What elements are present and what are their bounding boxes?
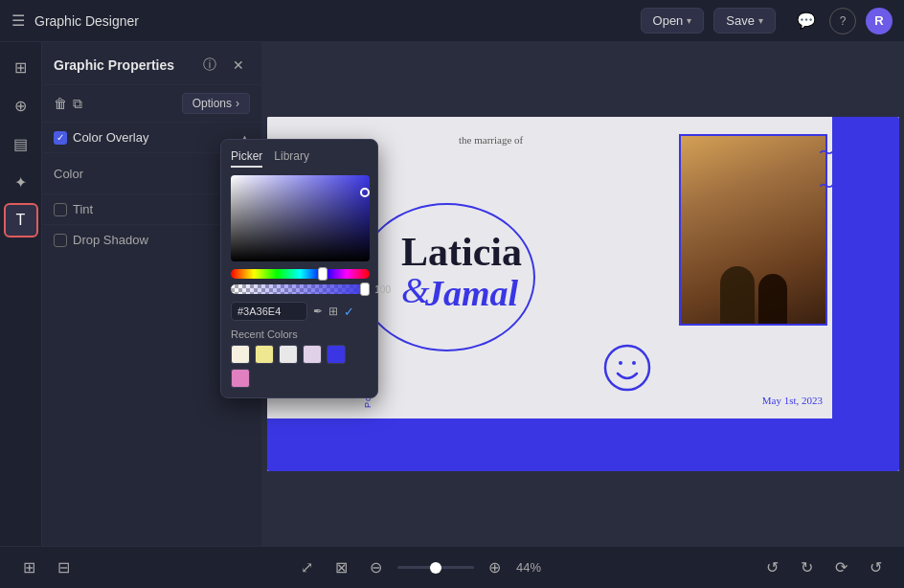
- trash-icon[interactable]: 🗑: [54, 96, 67, 111]
- canvas-name1: Laticia: [401, 232, 522, 272]
- color-overlay-label: Color Overlay: [73, 130, 234, 145]
- undo-icon[interactable]: ↺: [758, 554, 785, 581]
- zoom-thumb[interactable]: [430, 562, 441, 574]
- props-header: Graphic Properties ⓘ ✕: [42, 42, 261, 85]
- layers-toggle-icon[interactable]: ⊞: [15, 554, 42, 581]
- props-options-row: 🗑 ⧉ Options ›: [42, 85, 261, 123]
- save-label: Save: [726, 13, 755, 28]
- open-button[interactable]: Open ▾: [641, 8, 705, 34]
- recent-colors-label: Recent Colors: [231, 328, 368, 340]
- svg-point-2: [632, 361, 636, 365]
- recent-swatch-6[interactable]: [231, 369, 250, 388]
- close-icon[interactable]: ✕: [227, 54, 250, 77]
- bottom-center-controls: ⤢ ⊠ ⊖ ⊕ 44%: [294, 554, 541, 581]
- confirm-icon[interactable]: ✓: [344, 305, 354, 319]
- zoom-in-icon[interactable]: ⊕: [482, 554, 508, 581]
- properties-panel: Graphic Properties ⓘ ✕ 🗑 ⧉ Options › Col…: [42, 42, 262, 546]
- recent-swatch-1[interactable]: [231, 345, 250, 364]
- recent-swatch-4[interactable]: [303, 345, 322, 364]
- svg-point-0: [605, 346, 649, 390]
- bottom-right-controls: ↺ ↻ ⟳ ↺: [758, 554, 889, 581]
- canvas-marriage-text: the marriage of: [459, 134, 523, 146]
- save-chevron: ▾: [758, 15, 763, 26]
- canvas-wavy: 〜〜〜: [819, 136, 849, 203]
- reset-icon[interactable]: ↺: [862, 554, 889, 581]
- sidebar-item-adjustments[interactable]: ⊕: [4, 88, 38, 123]
- recent-colors: [231, 345, 368, 388]
- sidebar-item-shapes[interactable]: ✦: [4, 165, 38, 199]
- recent-swatch-2[interactable]: [255, 345, 274, 364]
- bottom-toolbar: ⊞ ⊟ ⤢ ⊠ ⊖ ⊕ 44% ↺ ↻ ⟳ ↺: [0, 546, 904, 588]
- fit-screen-icon[interactable]: ⤢: [294, 554, 321, 581]
- hex-input[interactable]: [231, 302, 307, 321]
- color-label: Color: [54, 167, 219, 181]
- alpha-thumb[interactable]: [360, 283, 370, 296]
- alpha-value: 100: [374, 284, 391, 295]
- open-label: Open: [653, 13, 684, 28]
- options-chevron: ›: [236, 97, 239, 110]
- help-icon[interactable]: ?: [829, 8, 856, 34]
- sidebar-item-panels[interactable]: ▤: [4, 126, 38, 161]
- menu-icon[interactable]: ☰: [11, 11, 25, 30]
- color-picker-popup: Picker Library 100 ✒ ⊞ ✓: [220, 139, 378, 398]
- tab-picker[interactable]: Picker: [231, 149, 262, 168]
- hue-slider[interactable]: [231, 269, 370, 279]
- picker-tabs: Picker Library: [231, 149, 368, 168]
- canvas-squiggle-right: [842, 341, 890, 423]
- grid-toggle-icon[interactable]: ⊟: [50, 554, 77, 581]
- drop-shadow-checkbox[interactable]: [54, 234, 67, 247]
- canvas-photo: [679, 134, 827, 326]
- info-icon[interactable]: ⓘ: [198, 54, 221, 77]
- redo-icon[interactable]: ↻: [793, 554, 820, 581]
- copy-icon[interactable]: ⧉: [73, 96, 82, 112]
- icon-sidebar: ⊞ ⊕ ▤ ✦ T: [0, 42, 42, 546]
- main-area: ⊞ ⊕ ▤ ✦ T Graphic Properties ⓘ ✕ 🗑 ⧉ Opt…: [0, 42, 904, 546]
- tab-library[interactable]: Library: [274, 149, 309, 168]
- save-button[interactable]: Save ▾: [713, 8, 776, 34]
- recent-swatch-3[interactable]: [279, 345, 298, 364]
- grid-icon[interactable]: ⊞: [328, 305, 338, 318]
- history-icon[interactable]: ⟳: [827, 554, 854, 581]
- zoom-slider[interactable]: [397, 566, 474, 569]
- alpha-slider-container: 100: [231, 284, 368, 294]
- tint-label: Tint: [73, 202, 234, 216]
- avatar[interactable]: R: [866, 8, 893, 34]
- drop-shadow-label: Drop Shadow: [73, 233, 234, 247]
- sidebar-item-layers[interactable]: ⊞: [4, 50, 38, 84]
- hue-slider-container: [231, 269, 368, 279]
- recent-swatch-5[interactable]: [327, 345, 346, 364]
- hue-thumb[interactable]: [318, 267, 328, 281]
- options-label: Options: [192, 97, 232, 110]
- color-gradient[interactable]: [231, 175, 370, 261]
- zoom-value: 44%: [516, 560, 541, 575]
- topbar-icons: 💬 ? R: [793, 8, 893, 34]
- canvas-name2: Jamal: [425, 275, 518, 311]
- comment-icon[interactable]: 💬: [793, 8, 820, 34]
- zoom-out-icon[interactable]: ⊖: [363, 554, 390, 581]
- options-button[interactable]: Options ›: [182, 93, 250, 114]
- open-chevron: ▾: [687, 15, 691, 26]
- canvas-blue-bottom: [267, 418, 832, 471]
- alpha-slider[interactable]: [231, 284, 370, 294]
- color-overlay-checkbox[interactable]: [54, 131, 67, 145]
- canvas-squiggle-top: ∿: [842, 124, 853, 140]
- eyedropper-icon[interactable]: ✒: [313, 305, 323, 318]
- bottom-left-controls: ⊞ ⊟: [15, 554, 77, 581]
- canvas-date: May 1st, 2023: [762, 395, 823, 406]
- tint-checkbox[interactable]: [54, 203, 67, 216]
- sidebar-item-text[interactable]: T: [4, 203, 38, 237]
- topbar: ☰ Graphic Designer Open ▾ Save ▾ 💬 ? R: [0, 0, 904, 42]
- hex-row: ✒ ⊞ ✓: [231, 302, 368, 321]
- canvas-smiley: [602, 343, 652, 399]
- gradient-cursor[interactable]: [360, 188, 370, 197]
- svg-point-1: [619, 361, 622, 365]
- crop-icon[interactable]: ⊠: [328, 554, 355, 581]
- app-title: Graphic Designer: [34, 13, 631, 29]
- props-title: Graphic Properties: [54, 57, 192, 73]
